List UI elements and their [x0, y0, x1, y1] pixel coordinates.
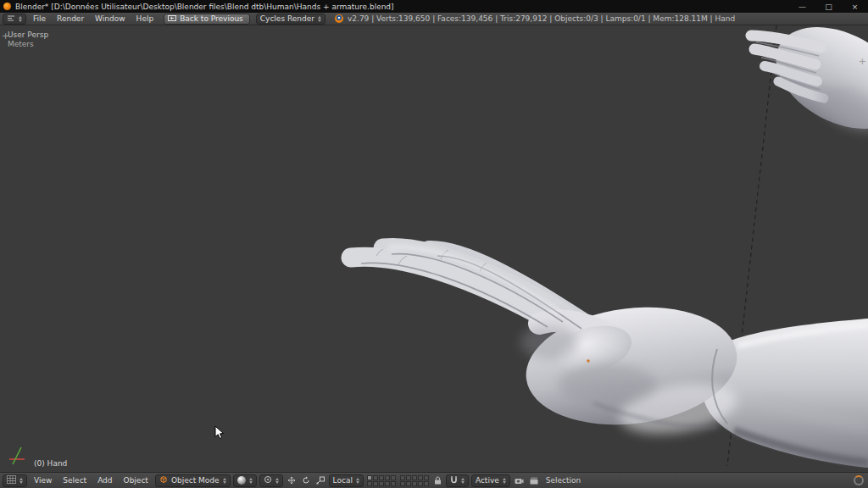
opengl-render-anim-button[interactable] — [528, 476, 540, 485]
chevron-updown-icon — [503, 478, 506, 484]
blender-logo-icon — [335, 14, 343, 23]
menu-viewport-select[interactable]: Select — [58, 476, 91, 485]
minimize-button[interactable]: — — [789, 0, 815, 13]
shading-select[interactable] — [233, 474, 257, 487]
layer-toggle[interactable] — [424, 481, 429, 486]
menu-viewport-object[interactable]: Object — [120, 476, 153, 485]
layer-toggle[interactable] — [385, 475, 390, 480]
layers-group-1 — [367, 475, 396, 486]
layer-toggle[interactable] — [418, 481, 423, 486]
layer-toggle[interactable] — [385, 481, 390, 486]
object-mode-cube-icon — [159, 475, 168, 485]
window-controls: — □ × — [789, 0, 868, 13]
opengl-render-button[interactable] — [513, 476, 526, 485]
units-label: Meters — [8, 40, 34, 48]
back-to-previous-label: Back to Previous — [180, 14, 243, 23]
axis-gizmo — [4, 442, 30, 468]
layer-toggle[interactable] — [406, 475, 411, 480]
chevron-updown-icon — [223, 478, 226, 484]
chevron-updown-icon — [318, 16, 321, 22]
blender-window: Blender* [D:\Données Utilisateur\Desktop… — [0, 0, 868, 488]
screen-back-icon — [168, 14, 176, 24]
snap-target-label: Active — [476, 476, 499, 485]
viewport-3d[interactable]: User Persp Meters + + (0) Hand — [0, 25, 868, 472]
window-title: Blender* [D:\Données Utilisateur\Desktop… — [15, 3, 789, 11]
render-engine-label: Cycles Render — [260, 14, 314, 23]
editor-type-select-info[interactable] — [3, 14, 26, 25]
manipulator-scale-button[interactable] — [314, 475, 326, 485]
layer-toggle[interactable] — [412, 481, 417, 486]
info-header: File Render Window Help Back to Previous… — [0, 13, 868, 25]
menu-render[interactable]: Render — [53, 14, 88, 23]
active-object-label: (0) Hand — [34, 459, 67, 468]
orientation-select-label: Local — [333, 476, 353, 485]
info-editor-icon — [7, 14, 15, 24]
secondary-hand-model[interactable] — [751, 25, 868, 149]
magnet-icon — [450, 475, 458, 485]
viewport-editor-icon — [7, 475, 16, 485]
layer-toggle[interactable] — [367, 475, 372, 480]
layers-group-2 — [400, 475, 429, 486]
manipulator-rotate-button[interactable] — [300, 475, 312, 485]
menu-window[interactable]: Window — [91, 14, 130, 23]
pivot-point-icon — [264, 475, 272, 485]
close-button[interactable]: × — [842, 0, 868, 13]
scene-stats-text: v2.79 | Verts:139,650 | Faces:139,456 | … — [348, 14, 735, 23]
viewport-header: View Select Add Object Object Mode — [0, 472, 868, 488]
mode-select[interactable]: Object Mode — [155, 474, 231, 487]
scene-lock-button[interactable] — [432, 475, 443, 485]
back-to-previous-button[interactable]: Back to Previous — [164, 14, 250, 25]
menu-viewport-view[interactable]: View — [30, 476, 56, 485]
layer-toggle[interactable] — [418, 475, 423, 480]
menu-viewport-add[interactable]: Add — [93, 476, 116, 485]
mode-select-label: Object Mode — [171, 476, 220, 485]
snap-target-select[interactable]: Active — [471, 474, 510, 487]
manipulator-translate-button[interactable] — [286, 475, 298, 485]
expand-properties-plus-icon[interactable]: + — [859, 58, 866, 66]
layer-toggle[interactable] — [400, 481, 405, 486]
pivot-select[interactable] — [259, 474, 283, 487]
status-circle-icon[interactable] — [854, 475, 864, 485]
blender-app-icon — [3, 3, 11, 10]
maximize-button[interactable]: □ — [815, 0, 842, 13]
layer-toggle[interactable] — [373, 481, 378, 486]
layer-toggle[interactable] — [400, 475, 405, 480]
layer-toggle[interactable] — [379, 481, 384, 486]
mouse-cursor — [214, 425, 225, 441]
layer-toggle[interactable] — [391, 481, 396, 486]
layer-toggle[interactable] — [367, 481, 372, 486]
chevron-updown-icon — [356, 478, 359, 484]
editor-type-select[interactable] — [3, 474, 27, 487]
menu-help[interactable]: Help — [132, 14, 159, 23]
render-engine-select[interactable]: Cycles Render — [256, 14, 326, 25]
menu-file[interactable]: File — [29, 14, 50, 23]
title-bar: Blender* [D:\Données Utilisateur\Desktop… — [0, 0, 868, 13]
view-name-label: User Persp — [8, 30, 48, 39]
viewport-canvas[interactable] — [0, 25, 868, 472]
layer-toggle[interactable] — [391, 475, 396, 480]
chevron-updown-icon — [461, 478, 465, 484]
chevron-updown-icon — [19, 16, 22, 22]
layer-toggle[interactable] — [406, 481, 411, 486]
layer-toggle[interactable] — [379, 475, 384, 480]
orientation-select[interactable]: Local — [329, 474, 364, 487]
chevron-updown-icon — [19, 478, 23, 484]
layer-toggle[interactable] — [412, 475, 417, 480]
expand-toolshelf-plus-icon[interactable]: + — [2, 32, 9, 41]
scene-stats: v2.79 | Verts:139,650 | Faces:139,456 | … — [335, 14, 735, 23]
chevron-updown-icon — [275, 478, 279, 484]
layer-toggle[interactable] — [424, 475, 429, 480]
selection-label: Selection — [542, 476, 584, 485]
object-origin-dot[interactable] — [587, 359, 590, 363]
shading-sphere-icon — [237, 476, 246, 485]
main-hand-model[interactable] — [351, 247, 868, 468]
snap-element-select[interactable] — [446, 474, 469, 487]
chevron-updown-icon — [249, 478, 253, 484]
layer-toggle[interactable] — [373, 475, 378, 480]
